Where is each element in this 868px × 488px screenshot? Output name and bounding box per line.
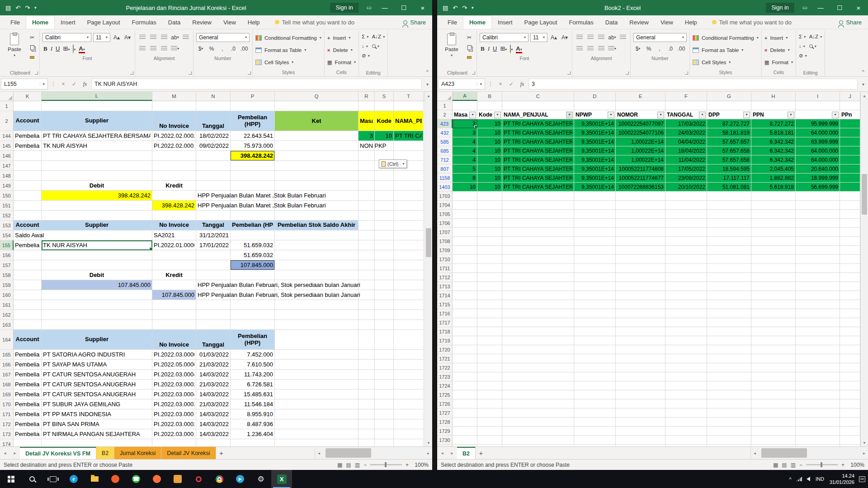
cell-M149[interactable]: Kredit bbox=[152, 181, 196, 191]
page-break-view-icon[interactable]: ▥ bbox=[355, 462, 360, 468]
cell-K172[interactable]: Pembelian bbox=[14, 419, 42, 429]
cell-F1731[interactable] bbox=[665, 445, 707, 446]
fill-button[interactable]: ↓▾ bbox=[799, 42, 807, 50]
cell-C423[interactable]: PT TRI CAHAYA SEJAHTERA BERSAMA bbox=[502, 119, 574, 128]
tab-home[interactable]: Home bbox=[26, 15, 55, 29]
cell-L160[interactable] bbox=[42, 290, 152, 300]
row-header-152[interactable]: 152 bbox=[0, 211, 14, 221]
cell-S156[interactable] bbox=[375, 250, 394, 260]
orientation-button[interactable]: ab▾ bbox=[170, 33, 179, 42]
cell-Q169[interactable] bbox=[275, 389, 359, 399]
cell-I1705[interactable] bbox=[796, 210, 840, 219]
cell-L159[interactable]: 107.845.000 bbox=[42, 280, 152, 290]
cell-T165[interactable] bbox=[394, 350, 424, 360]
tab-view[interactable]: View bbox=[655, 15, 679, 29]
cell-N165[interactable]: 01/03/2022 bbox=[196, 350, 231, 360]
cell-E1715[interactable] bbox=[616, 300, 665, 309]
cell-I1709[interactable] bbox=[796, 246, 840, 255]
font-color-button[interactable]: A▾ bbox=[516, 45, 522, 52]
cell-G685[interactable]: 57.657.658 bbox=[707, 146, 751, 155]
cell-H712[interactable]: 6.342.342 bbox=[751, 155, 796, 164]
cell-D1[interactable] bbox=[574, 101, 616, 110]
cell-N169[interactable]: 14/03/2022 bbox=[196, 389, 231, 399]
paste-options-button[interactable]: (Ctrl) ▾ bbox=[379, 160, 407, 168]
cell-M144[interactable]: PI.2022.02.00023 bbox=[152, 131, 196, 141]
cell-Q165[interactable] bbox=[275, 350, 359, 360]
column-header-R[interactable]: R bbox=[359, 92, 375, 101]
cell-S151[interactable] bbox=[375, 201, 394, 211]
cell-H1726[interactable] bbox=[751, 399, 796, 408]
cell-S167[interactable] bbox=[375, 370, 394, 380]
cell-D1710[interactable] bbox=[574, 255, 616, 264]
cell-H1705[interactable] bbox=[751, 210, 796, 219]
cell-I1715[interactable] bbox=[796, 300, 840, 309]
cell-A1728[interactable] bbox=[453, 418, 477, 427]
accounting-format-button[interactable]: $▾ bbox=[633, 45, 642, 53]
vertical-scrollbar[interactable]: ▴ ▾ bbox=[860, 92, 868, 446]
cell-T174[interactable] bbox=[394, 439, 424, 446]
cell-N170[interactable]: 21/03/2022 bbox=[196, 399, 231, 409]
cell-K156[interactable] bbox=[14, 250, 42, 260]
scrollbar-track[interactable] bbox=[425, 99, 432, 439]
scroll-down-icon[interactable]: ▾ bbox=[861, 439, 868, 446]
format-cells-button[interactable]: ▦Format▾ bbox=[327, 56, 356, 68]
cell-K152[interactable] bbox=[14, 211, 42, 221]
horizontal-scrollbar[interactable]: ◂ ▸ bbox=[750, 447, 868, 459]
zoom-out-icon[interactable]: − bbox=[799, 462, 802, 468]
row-header-1714[interactable]: 1714 bbox=[437, 291, 453, 300]
row-header-1729[interactable]: 1729 bbox=[437, 427, 453, 436]
cell-H1711[interactable] bbox=[751, 264, 796, 273]
dialog-launcher-icon[interactable] bbox=[189, 71, 192, 75]
cell-F1714[interactable] bbox=[665, 291, 707, 300]
row-header-685[interactable]: 685 bbox=[437, 146, 453, 155]
cell-M174[interactable] bbox=[152, 439, 196, 446]
cell-A1403[interactable]: 10 bbox=[453, 183, 477, 192]
share-button[interactable]: Share bbox=[403, 15, 426, 29]
conditional-formatting-button[interactable]: Conditional Formatting▾ bbox=[255, 32, 321, 44]
cell-D1728[interactable] bbox=[574, 418, 616, 427]
cell-R145[interactable]: NON PKP bbox=[359, 141, 375, 151]
cell-E1724[interactable] bbox=[616, 381, 665, 390]
format-cells-button[interactable]: ▦Format▾ bbox=[764, 56, 793, 68]
cell-G1403[interactable]: 51.081.081 bbox=[707, 183, 751, 192]
cell-J807[interactable] bbox=[840, 164, 860, 174]
cell-L145[interactable]: TK NUR AISYAH bbox=[42, 141, 152, 151]
cell-P170[interactable]: 11.546.184 bbox=[231, 399, 275, 409]
cell-M156[interactable] bbox=[152, 250, 196, 260]
cell-C1714[interactable] bbox=[502, 291, 574, 300]
cell-D1716[interactable] bbox=[574, 309, 616, 318]
cell-T156[interactable] bbox=[394, 250, 424, 260]
cell-D432[interactable]: 9,35001E+14 bbox=[574, 128, 616, 137]
row-header-432[interactable]: 432 bbox=[437, 128, 453, 137]
cell-F432[interactable]: 24/03/2022 bbox=[665, 128, 707, 137]
cell-J1721[interactable] bbox=[840, 354, 860, 363]
clock[interactable]: 14.24 31/01/2026 bbox=[830, 473, 854, 486]
cell-B1708[interactable] bbox=[477, 237, 502, 246]
cell-T172[interactable] bbox=[394, 419, 424, 429]
row-header-807[interactable]: 807 bbox=[437, 164, 453, 174]
cell-D1729[interactable] bbox=[574, 427, 616, 436]
cell-L153[interactable]: Supplier bbox=[42, 221, 152, 230]
cell-K150[interactable] bbox=[14, 191, 42, 201]
row-header-171[interactable]: 171 bbox=[0, 409, 14, 419]
row-header-1720[interactable]: 1720 bbox=[437, 345, 453, 354]
row-header-1711[interactable]: 1711 bbox=[437, 264, 453, 273]
cell-S157[interactable] bbox=[375, 260, 394, 270]
cell-B1717[interactable] bbox=[477, 318, 502, 327]
cell-J712[interactable] bbox=[840, 155, 860, 164]
close-button[interactable]: × bbox=[849, 0, 868, 15]
cell-D807[interactable]: 9,35001E+14 bbox=[574, 164, 616, 174]
cell-P153[interactable]: Pembelian (HPP) bbox=[231, 221, 275, 230]
cell-C585[interactable]: PT TRI CAHAYA SEJAHTERA BERSAMA bbox=[502, 137, 574, 146]
cell-C1721[interactable] bbox=[502, 354, 574, 363]
row-header-164[interactable]: 164 bbox=[0, 330, 14, 350]
cell-R162[interactable] bbox=[359, 310, 375, 320]
cell-N167[interactable]: 14/03/2022 bbox=[196, 370, 231, 380]
taskbar-icon-excel[interactable]: X bbox=[271, 470, 292, 488]
cell-D1723[interactable] bbox=[574, 372, 616, 381]
cell-L146[interactable] bbox=[42, 151, 152, 161]
cell-B1403[interactable]: 10 bbox=[477, 183, 502, 192]
column-header-F[interactable]: F bbox=[665, 92, 707, 101]
cell-T169[interactable] bbox=[394, 389, 424, 399]
cell-F1725[interactable] bbox=[665, 390, 707, 399]
